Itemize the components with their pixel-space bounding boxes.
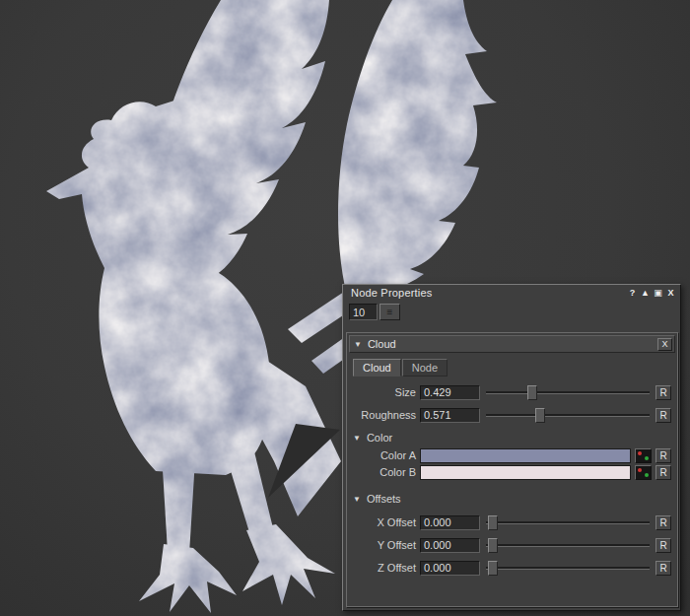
panel-titlebar[interactable]: Node Properties ? ▲ ▣ X [343, 285, 680, 301]
close-icon[interactable]: X [664, 287, 677, 300]
z-offset-slider-handle[interactable] [488, 561, 498, 576]
roughness-slider[interactable] [486, 408, 650, 423]
z-offset-slider[interactable] [486, 561, 650, 576]
collapse-triangle-icon[interactable]: ▼ [353, 434, 361, 443]
slider-track [486, 414, 650, 417]
color-section-title: Color [367, 432, 392, 444]
color-a-picker-button[interactable] [635, 448, 652, 463]
z-offset-row: Z Offset 0.000 R [351, 560, 671, 576]
application-window: Node Properties ? ▲ ▣ X ≡ ▼ Cloud X Clou… [0, 0, 690, 616]
y-offset-slider[interactable] [486, 538, 650, 553]
z-offset-label: Z Offset [351, 562, 416, 574]
x-offset-label: X Offset [351, 516, 416, 528]
group-header[interactable]: ▼ Cloud X [349, 335, 675, 353]
node-properties-panel: Node Properties ? ▲ ▣ X ≡ ▼ Cloud X Clou… [342, 284, 681, 611]
color-b-label: Color B [351, 466, 416, 478]
roughness-row: Roughness 0.571 R [351, 407, 671, 423]
color-a-row: Color A R [351, 447, 671, 463]
x-offset-value-field[interactable]: 0.000 [420, 515, 480, 530]
y-offset-reset-button[interactable]: R [656, 538, 671, 553]
group-close-button[interactable]: X [657, 338, 672, 351]
z-offset-value-field[interactable]: 0.000 [420, 561, 480, 576]
tab-bar: Cloud Node [353, 359, 448, 376]
offsets-section-title: Offsets [367, 493, 401, 505]
red-dot-icon [638, 451, 642, 455]
green-dot-icon [645, 473, 649, 477]
roughness-value-field[interactable]: 0.571 [420, 408, 480, 423]
slider-track [486, 544, 650, 547]
cloud-node-group: ▼ Cloud X Cloud Node Size 0.429 R Rou [346, 332, 678, 607]
z-offset-reset-button[interactable]: R [656, 561, 671, 576]
slider-track [486, 391, 650, 394]
size-value-field[interactable]: 0.429 [420, 385, 480, 400]
window-icon[interactable]: ▣ [652, 287, 664, 300]
y-offset-label: Y Offset [351, 539, 416, 551]
apply-button[interactable]: ≡ [380, 304, 400, 320]
size-label: Size [351, 386, 416, 398]
x-offset-reset-button[interactable]: R [656, 515, 671, 530]
group-title: Cloud [368, 338, 396, 350]
roughness-slider-handle[interactable] [535, 408, 545, 423]
titlebar-icons: ? ▲ ▣ X [626, 287, 677, 300]
color-b-row: Color B R [351, 464, 671, 480]
size-row: Size 0.429 R [351, 384, 671, 400]
panel-title: Node Properties [351, 287, 433, 299]
menu-icon: ≡ [387, 307, 393, 317]
color-b-swatch[interactable] [420, 465, 631, 480]
collapse-triangle-icon[interactable]: ▼ [353, 495, 361, 504]
size-reset-button[interactable]: R [656, 385, 671, 400]
y-offset-slider-handle[interactable] [488, 538, 498, 553]
color-a-label: Color A [351, 449, 416, 461]
color-a-reset-button[interactable]: R [656, 448, 671, 463]
x-offset-slider-handle[interactable] [488, 515, 498, 530]
size-slider[interactable] [486, 385, 650, 400]
size-slider-handle[interactable] [527, 385, 537, 400]
y-offset-row: Y Offset 0.000 R [351, 537, 671, 553]
x-offset-slider[interactable] [486, 515, 650, 530]
slider-track [486, 521, 650, 524]
x-offset-row: X Offset 0.000 R [351, 514, 671, 530]
tab-cloud[interactable]: Cloud [353, 359, 401, 376]
y-offset-value-field[interactable]: 0.000 [420, 538, 480, 553]
help-icon[interactable]: ? [626, 287, 639, 300]
offsets-section-header[interactable]: ▼ Offsets [353, 492, 401, 506]
color-b-reset-button[interactable]: R [656, 465, 671, 480]
green-dot-icon [645, 456, 649, 460]
slider-track [486, 567, 650, 570]
collapse-triangle-icon[interactable]: ▼ [354, 340, 362, 349]
roughness-label: Roughness [351, 409, 416, 421]
roughness-reset-button[interactable]: R [656, 408, 671, 423]
color-section-header[interactable]: ▼ Color [353, 431, 392, 445]
shade-icon[interactable]: ▲ [639, 287, 652, 300]
red-dot-icon [638, 468, 642, 472]
color-a-swatch[interactable] [420, 448, 631, 463]
color-b-picker-button[interactable] [635, 465, 652, 480]
tab-node[interactable]: Node [402, 359, 448, 376]
node-number-input[interactable] [349, 304, 378, 320]
